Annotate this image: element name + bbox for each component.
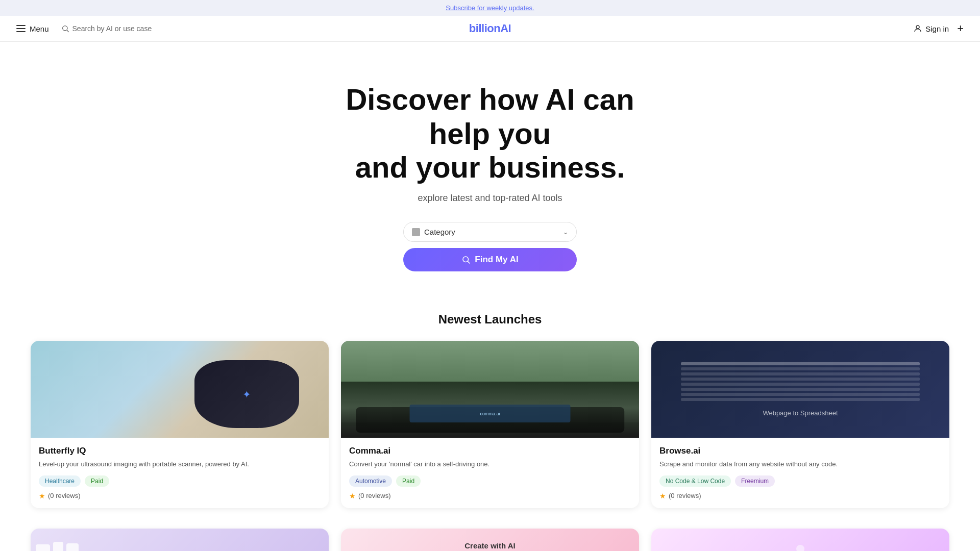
card-desc-browse: Scrape and monitor data from any website…: [659, 459, 941, 469]
find-my-ai-button[interactable]: Find My AI: [403, 248, 577, 271]
bottom-card-right-content: [651, 529, 949, 551]
svg-point-3: [463, 257, 469, 262]
review-count-browse: (0 reviews): [669, 492, 701, 499]
card-title-butterfly: Butterfly IQ: [39, 446, 321, 456]
star-icon-comma: ★: [349, 492, 356, 500]
card-body-browse: Browse.ai Scrape and monitor data from a…: [651, 438, 949, 508]
nav-left: Menu Search by AI or use case: [16, 24, 490, 33]
find-button-label: Find My AI: [475, 255, 518, 265]
card-body-butterfly: Butterfly IQ Level-up your ultrasound im…: [31, 438, 329, 508]
launches-section: Newest Launches ✦ Butterfly IQ Level-up …: [0, 302, 980, 529]
spreadsheet-visual: [681, 362, 919, 403]
category-label: Category: [424, 228, 455, 236]
signin-button[interactable]: Sign in: [913, 24, 949, 33]
mini-card-3: [66, 543, 79, 551]
mini-card-1: [36, 544, 50, 551]
card-desc-butterfly: Level-up your ultrasound imaging with po…: [39, 459, 321, 469]
menu-label: Menu: [30, 24, 49, 33]
bottom-card-center-content: Create with AI How would you like to get…: [341, 529, 639, 551]
logo-main: billion: [469, 22, 500, 35]
search-box: Category ⌄ Find My AI: [403, 222, 577, 271]
tag-paid-butterfly[interactable]: Paid: [85, 475, 109, 487]
reviews-browse: ★ (0 reviews): [659, 492, 941, 500]
site-logo[interactable]: billionAI: [469, 22, 511, 35]
bottom-card-left-content: [31, 529, 329, 551]
card-browse-ai[interactable]: Webpage to Spreadsheet Browse.ai Scrape …: [651, 341, 949, 508]
svg-point-0: [62, 26, 67, 31]
create-ai-title: Create with AI: [464, 541, 515, 550]
butterfly-device-icon: ✦: [194, 360, 299, 428]
launches-title: Newest Launches: [31, 312, 949, 327]
star-icon: ★: [39, 492, 45, 500]
add-button[interactable]: +: [957, 22, 964, 35]
category-icon: [412, 228, 420, 236]
category-dropdown[interactable]: Category ⌄: [403, 222, 577, 242]
card-image-comma: comma.ai: [341, 341, 639, 438]
bottom-cards-row: Create with AI How would you like to get…: [0, 529, 980, 551]
card-title-browse: Browse.ai: [659, 446, 941, 456]
car-screen: comma.ai: [409, 405, 570, 422]
card-desc-comma: Convert your 'normal' car into a self-dr…: [349, 459, 631, 469]
review-count-butterfly: (0 reviews): [48, 492, 81, 499]
nav-search-label: Search by AI or use case: [72, 24, 152, 33]
tag-paid-comma[interactable]: Paid: [396, 475, 421, 487]
user-icon: [913, 24, 922, 33]
card-tags-comma: Automotive Paid: [349, 475, 631, 487]
top-banner: Subscribe for weekly updates.: [0, 0, 980, 16]
bottom-right-decoration: [796, 545, 804, 551]
hamburger-icon: [16, 25, 26, 32]
main-nav: Menu Search by AI or use case billionAI …: [0, 16, 980, 42]
tag-freemium[interactable]: Freemium: [735, 475, 775, 487]
tag-healthcare[interactable]: Healthcare: [39, 475, 81, 487]
search-icon: [61, 24, 69, 33]
bottom-card-left[interactable]: [31, 529, 329, 551]
reviews-comma: ★ (0 reviews): [349, 492, 631, 500]
card-body-comma: Comma.ai Convert your 'normal' car into …: [341, 438, 639, 508]
category-left: Category: [412, 228, 455, 236]
star-icon-browse: ★: [659, 492, 666, 500]
signin-label: Sign in: [925, 24, 949, 33]
card-tags-butterfly: Healthcare Paid: [39, 475, 321, 487]
find-search-icon: [461, 255, 471, 264]
card-tags-browse: No Code & Low Code Freemium: [659, 475, 941, 487]
card-butterfly-iq[interactable]: ✦ Butterfly IQ Level-up your ultrasound …: [31, 341, 329, 508]
headline-line2: and your business.: [355, 151, 625, 184]
svg-line-4: [468, 261, 470, 263]
review-count-comma: (0 reviews): [358, 492, 391, 499]
hero-headline: Discover how AI can help you and your bu…: [311, 83, 669, 185]
card-title-comma: Comma.ai: [349, 446, 631, 456]
card-comma-ai[interactable]: comma.ai Comma.ai Convert your 'normal' …: [341, 341, 639, 508]
headline-line1: Discover how AI can help you: [346, 83, 634, 150]
svg-line-1: [67, 30, 69, 32]
hero-subtext: explore latest and top-rated AI tools: [10, 193, 970, 204]
tag-automotive[interactable]: Automotive: [349, 475, 392, 487]
browse-image-label: Webpage to Spreadsheet: [763, 409, 838, 417]
cards-grid: ✦ Butterfly IQ Level-up your ultrasound …: [31, 341, 949, 508]
hero-section: Discover how AI can help you and your bu…: [0, 42, 980, 302]
card-image-butterfly: ✦: [31, 341, 329, 438]
logo-accent: AI: [500, 22, 511, 35]
reviews-butterfly: ★ (0 reviews): [39, 492, 321, 500]
chevron-down-icon: ⌄: [563, 229, 568, 236]
car-sky: [341, 341, 639, 382]
menu-button[interactable]: Menu: [16, 24, 49, 33]
nav-right: Sign in +: [490, 22, 964, 35]
svg-point-2: [916, 26, 919, 29]
nav-search-button[interactable]: Search by AI or use case: [61, 24, 152, 33]
car-dash: comma.ai: [356, 407, 624, 433]
mini-card-2: [53, 542, 63, 551]
card-image-browse: Webpage to Spreadsheet: [651, 341, 949, 438]
bottom-card-center[interactable]: Create with AI How would you like to get…: [341, 529, 639, 551]
bottom-card-right[interactable]: [651, 529, 949, 551]
tag-nocode[interactable]: No Code & Low Code: [659, 475, 731, 487]
banner-link[interactable]: Subscribe for weekly updates.: [446, 4, 534, 12]
